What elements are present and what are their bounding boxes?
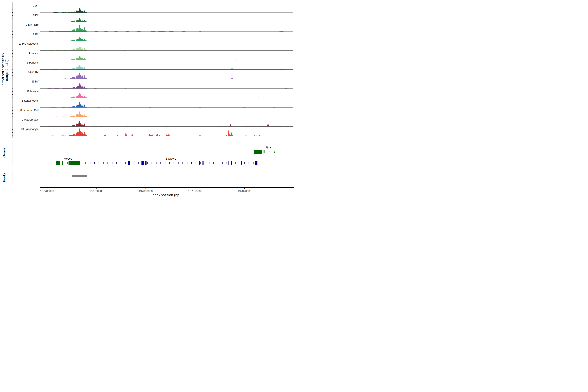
- gene-exon-tick: [233, 161, 233, 165]
- peak-calls: [40, 174, 294, 178]
- x-axis-tick: [244, 188, 245, 189]
- track-label: 6 Pericyte: [6, 61, 38, 64]
- track-signal-7-div-fibro: [40, 25, 293, 32]
- track-signal-1-rf: [40, 37, 293, 41]
- accessibility-tracks: [40, 3, 294, 137]
- track-signal-8-schwann-cell: [40, 111, 293, 117]
- x-tick-label: 137820000: [233, 190, 256, 193]
- track-signal-11-bv: [40, 83, 293, 88]
- x-axis-line: [40, 187, 294, 188]
- gene-exon: [142, 161, 144, 165]
- gene-exon: [145, 161, 146, 165]
- track-label: 5 Adipo BV: [6, 70, 38, 74]
- gene-exon-tick: [278, 150, 278, 153]
- x-axis-tick: [195, 188, 195, 189]
- genes-bracket: [12, 140, 13, 166]
- genome-browser-figure: Normalized accessibility (range 0 - 110)…: [0, 0, 294, 198]
- track-signal-13-lymphocyte: [40, 128, 293, 136]
- track-signal-0-pf: [40, 18, 293, 22]
- gene-exon-tick: [85, 161, 85, 165]
- track-signal-4-fascia: [40, 56, 293, 60]
- track-label: 8 Schwann Cell: [6, 108, 38, 112]
- track-signal-10-pre-adipocyte: [40, 46, 293, 51]
- x-tick-label: 137800000: [134, 190, 157, 193]
- gene-exon: [241, 161, 242, 165]
- gene-exon-tick: [195, 161, 195, 165]
- track-label: 12 Muscle: [6, 90, 38, 93]
- gene-exon: [202, 161, 204, 165]
- gene-exon: [128, 161, 130, 165]
- gene-exon: [254, 150, 262, 154]
- gene-exon: [68, 161, 80, 165]
- x-tick-label: 137810000: [184, 190, 206, 193]
- track-signal-6-pericyte: [40, 64, 293, 70]
- y-axis-label-line1: Normalized accessibility: [1, 33, 5, 108]
- gene-exon: [56, 161, 60, 165]
- gene-exon-tick: [134, 161, 134, 165]
- track-signal-9-macrophage: [40, 120, 293, 126]
- x-axis-title: chr5 position (bp): [134, 193, 199, 197]
- track-signal-2-dp: [40, 8, 293, 12]
- gene-exon: [231, 161, 232, 165]
- gene-exon-tick: [228, 161, 229, 165]
- track-label: 9 Macrophage: [6, 118, 38, 121]
- track-signal-12-muscle: [40, 93, 293, 98]
- gene-exon: [199, 161, 200, 165]
- track-label: 4 Fascia: [6, 52, 38, 55]
- track-signal-5-adipo-bv: [40, 72, 293, 79]
- gene-exon: [62, 161, 63, 165]
- track-label: 3 Keratinocyte: [6, 99, 38, 102]
- x-tick-label: 137780000: [36, 190, 58, 193]
- x-axis-tick: [47, 188, 47, 189]
- track-label: 2 DP: [6, 4, 38, 8]
- track-label: 7 Div Fibro: [6, 23, 38, 26]
- track-label: 1 RF: [6, 33, 38, 36]
- gene-models: [40, 139, 294, 172]
- track-label: 10 Pre-Adipocyte: [6, 42, 38, 46]
- track-label: 0 PF: [6, 14, 38, 17]
- x-axis-tick: [146, 188, 146, 189]
- track-label: 13 Lymphocyte: [6, 128, 38, 131]
- track-signal-3-keratinocyte: [40, 102, 293, 108]
- called-peak: [231, 176, 231, 178]
- track-label: 11 BV: [6, 80, 38, 83]
- x-axis-tick: [96, 188, 96, 189]
- x-tick-label: 137790000: [85, 190, 108, 193]
- peaks-panel-label: Peaks: [2, 168, 6, 187]
- called-peak: [72, 176, 87, 178]
- peaks-bracket: [12, 171, 13, 183]
- genes-panel-label: Genes: [2, 143, 6, 162]
- gene-exon: [255, 161, 258, 165]
- gene-exon-tick: [263, 150, 264, 153]
